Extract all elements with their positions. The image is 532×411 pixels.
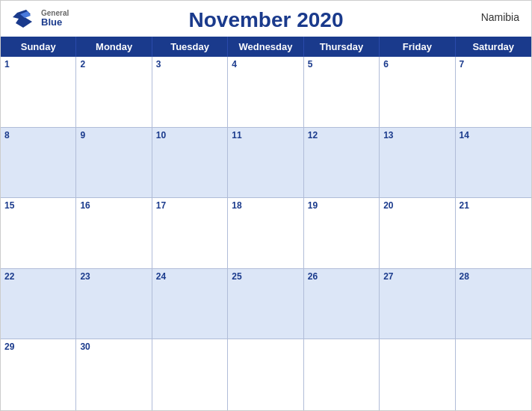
table-row: 15 [1,198,76,269]
table-row [304,339,380,410]
day-thursday: Thursday [304,37,380,57]
table-row: 12 [304,128,380,199]
table-row: 28 [456,269,531,340]
table-row: 29 [1,339,76,410]
calendar-header: General Blue November 2020 Namibia [1,1,531,37]
table-row: 22 [1,269,76,340]
table-row: 10 [152,128,228,199]
table-row: 27 [380,269,455,340]
table-row: 7 [456,57,531,128]
logo-blue-text: Blue [41,17,69,28]
day-saturday: Saturday [456,37,531,57]
table-row: 17 [152,198,228,269]
table-row: 24 [152,269,228,340]
table-row [380,339,455,410]
days-header: Sunday Monday Tuesday Wednesday Thursday… [1,37,531,57]
table-row [456,339,531,410]
table-row: 13 [380,128,455,199]
table-row: 6 [380,57,455,128]
table-row: 5 [304,57,380,128]
calendar-country: Namibia [481,11,519,23]
table-row: 23 [76,269,152,340]
logo: General Blue [10,7,69,31]
table-row: 18 [228,198,303,269]
table-row: 20 [380,198,455,269]
day-friday: Friday [380,37,455,57]
day-sunday: Sunday [1,37,76,57]
table-row [228,339,303,410]
table-row: 2 [76,57,152,128]
day-monday: Monday [76,37,152,57]
table-row: 16 [76,198,152,269]
logo-icon [10,7,38,31]
table-row: 21 [456,198,531,269]
table-row: 11 [228,128,303,199]
table-row [152,339,228,410]
day-wednesday: Wednesday [228,37,303,57]
table-row: 25 [228,269,303,340]
calendar-grid: 1 2 3 4 5 6 7 8 9 10 11 12 13 14 15 16 1… [1,57,531,410]
table-row: 30 [76,339,152,410]
table-row: 14 [456,128,531,199]
calendar-title: November 2020 [188,8,343,32]
table-row: 1 [1,57,76,128]
table-row: 4 [228,57,303,128]
table-row: 26 [304,269,380,340]
table-row: 19 [304,198,380,269]
table-row: 9 [76,128,152,199]
calendar: General Blue November 2020 Namibia Sunda… [0,0,532,411]
table-row: 8 [1,128,76,199]
table-row: 3 [152,57,228,128]
day-tuesday: Tuesday [152,37,228,57]
logo-text: General Blue [41,9,69,28]
